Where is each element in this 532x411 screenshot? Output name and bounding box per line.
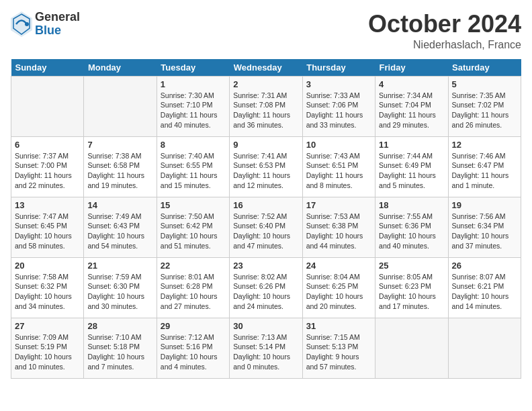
calendar-cell: [11, 76, 84, 136]
calendar-cell: 25Sunrise: 8:05 AMSunset: 6:23 PMDayligh…: [375, 257, 448, 318]
day-number: 16: [233, 200, 298, 210]
calendar-cell: 5Sunrise: 7:35 AMSunset: 7:02 PMDaylight…: [448, 76, 521, 136]
weekday-header-row: SundayMondayTuesdayWednesdayThursdayFrid…: [11, 59, 521, 77]
day-info: Sunrise: 7:44 AMSunset: 6:49 PMDaylight:…: [379, 151, 444, 191]
calendar-cell: 4Sunrise: 7:34 AMSunset: 7:04 PMDaylight…: [375, 76, 448, 136]
calendar-cell: 11Sunrise: 7:44 AMSunset: 6:49 PMDayligh…: [375, 136, 448, 197]
calendar-table: SundayMondayTuesdayWednesdayThursdayFrid…: [11, 59, 521, 379]
day-info: Sunrise: 8:05 AMSunset: 6:23 PMDaylight:…: [379, 272, 444, 312]
day-info: Sunrise: 7:31 AMSunset: 7:08 PMDaylight:…: [233, 91, 298, 130]
day-number: 11: [379, 140, 444, 150]
day-number: 7: [87, 140, 152, 150]
day-number: 8: [161, 140, 226, 150]
calendar-cell: [448, 318, 521, 378]
day-number: 26: [452, 261, 517, 271]
calendar-cell: 16Sunrise: 7:52 AMSunset: 6:40 PMDayligh…: [230, 197, 302, 257]
day-info: Sunrise: 7:43 AMSunset: 6:51 PMDaylight:…: [306, 151, 371, 191]
calendar-cell: 31Sunrise: 7:15 AMSunset: 5:13 PMDayligh…: [302, 318, 375, 378]
calendar-cell: 28Sunrise: 7:10 AMSunset: 5:18 PMDayligh…: [84, 318, 157, 378]
day-info: Sunrise: 7:49 AMSunset: 6:43 PMDaylight:…: [87, 212, 152, 251]
day-number: 24: [306, 261, 371, 271]
weekday-header-tuesday: Tuesday: [157, 59, 229, 77]
day-info: Sunrise: 7:15 AMSunset: 5:13 PMDaylight:…: [306, 332, 371, 372]
svg-point-2: [25, 22, 29, 26]
calendar-cell: 2Sunrise: 7:31 AMSunset: 7:08 PMDaylight…: [230, 76, 302, 136]
week-row-1: 1Sunrise: 7:30 AMSunset: 7:10 PMDaylight…: [11, 76, 521, 136]
week-row-3: 13Sunrise: 7:47 AMSunset: 6:45 PMDayligh…: [11, 197, 521, 257]
calendar-cell: 20Sunrise: 7:58 AMSunset: 6:32 PMDayligh…: [11, 257, 84, 318]
calendar-cell: 3Sunrise: 7:33 AMSunset: 7:06 PMDaylight…: [302, 76, 375, 136]
day-number: 12: [452, 140, 517, 150]
day-info: Sunrise: 8:07 AMSunset: 6:21 PMDaylight:…: [452, 272, 517, 312]
day-number: 2: [233, 79, 298, 89]
day-info: Sunrise: 8:01 AMSunset: 6:28 PMDaylight:…: [161, 272, 226, 312]
day-info: Sunrise: 7:52 AMSunset: 6:40 PMDaylight:…: [233, 212, 298, 251]
day-number: 23: [233, 261, 298, 271]
calendar-cell: 19Sunrise: 7:56 AMSunset: 6:34 PMDayligh…: [448, 197, 521, 257]
day-info: Sunrise: 8:04 AMSunset: 6:25 PMDaylight:…: [306, 272, 371, 312]
day-number: 25: [379, 261, 444, 271]
calendar-cell: 23Sunrise: 8:02 AMSunset: 6:26 PMDayligh…: [230, 257, 302, 318]
calendar-cell: 13Sunrise: 7:47 AMSunset: 6:45 PMDayligh…: [11, 197, 84, 257]
day-number: 21: [87, 261, 152, 271]
calendar-cell: 21Sunrise: 7:59 AMSunset: 6:30 PMDayligh…: [84, 257, 157, 318]
day-info: Sunrise: 7:46 AMSunset: 6:47 PMDaylight:…: [452, 151, 517, 191]
day-number: 9: [233, 140, 298, 150]
calendar-cell: 27Sunrise: 7:09 AMSunset: 5:19 PMDayligh…: [11, 318, 84, 378]
day-info: Sunrise: 7:38 AMSunset: 6:58 PMDaylight:…: [87, 151, 152, 191]
weekday-header-saturday: Saturday: [448, 59, 521, 77]
logo: General Blue: [11, 11, 80, 38]
calendar-cell: [84, 76, 157, 136]
calendar-cell: 6Sunrise: 7:37 AMSunset: 7:00 PMDaylight…: [11, 136, 84, 197]
day-number: 27: [15, 321, 80, 331]
calendar-cell: 26Sunrise: 8:07 AMSunset: 6:21 PMDayligh…: [448, 257, 521, 318]
calendar-cell: 15Sunrise: 7:50 AMSunset: 6:42 PMDayligh…: [157, 197, 229, 257]
day-number: 5: [452, 79, 517, 89]
day-number: 28: [87, 321, 152, 331]
calendar-cell: 18Sunrise: 7:55 AMSunset: 6:36 PMDayligh…: [375, 197, 448, 257]
calendar-cell: 14Sunrise: 7:49 AMSunset: 6:43 PMDayligh…: [84, 197, 157, 257]
location-title: Niederhaslach, France: [368, 39, 521, 51]
day-info: Sunrise: 7:53 AMSunset: 6:38 PMDaylight:…: [306, 212, 371, 251]
day-number: 29: [161, 321, 226, 331]
calendar-cell: 12Sunrise: 7:46 AMSunset: 6:47 PMDayligh…: [448, 136, 521, 197]
day-info: Sunrise: 7:10 AMSunset: 5:18 PMDaylight:…: [87, 332, 152, 372]
calendar-cell: 22Sunrise: 8:01 AMSunset: 6:28 PMDayligh…: [157, 257, 229, 318]
day-info: Sunrise: 7:30 AMSunset: 7:10 PMDaylight:…: [161, 91, 226, 130]
day-info: Sunrise: 7:40 AMSunset: 6:55 PMDaylight:…: [161, 151, 226, 191]
day-number: 19: [452, 200, 517, 210]
calendar-cell: 30Sunrise: 7:13 AMSunset: 5:14 PMDayligh…: [230, 318, 302, 378]
week-row-4: 20Sunrise: 7:58 AMSunset: 6:32 PMDayligh…: [11, 257, 521, 318]
week-row-5: 27Sunrise: 7:09 AMSunset: 5:19 PMDayligh…: [11, 318, 521, 378]
logo-blue-text: Blue: [35, 24, 80, 38]
day-number: 17: [306, 200, 371, 210]
calendar-cell: 7Sunrise: 7:38 AMSunset: 6:58 PMDaylight…: [84, 136, 157, 197]
day-number: 31: [306, 321, 371, 331]
day-number: 10: [306, 140, 371, 150]
day-number: 6: [15, 140, 80, 150]
month-title: October 2024: [368, 11, 521, 38]
day-info: Sunrise: 7:35 AMSunset: 7:02 PMDaylight:…: [452, 91, 517, 130]
day-info: Sunrise: 7:55 AMSunset: 6:36 PMDaylight:…: [379, 212, 444, 251]
day-info: Sunrise: 7:12 AMSunset: 5:16 PMDaylight:…: [161, 332, 226, 372]
title-block: October 2024 Niederhaslach, France: [368, 11, 521, 51]
calendar-cell: [375, 318, 448, 378]
day-number: 18: [379, 200, 444, 210]
weekday-header-wednesday: Wednesday: [230, 59, 302, 77]
day-info: Sunrise: 7:37 AMSunset: 7:00 PMDaylight:…: [15, 151, 80, 191]
weekday-header-monday: Monday: [84, 59, 157, 77]
calendar-cell: 9Sunrise: 7:41 AMSunset: 6:53 PMDaylight…: [230, 136, 302, 197]
calendar-cell: 1Sunrise: 7:30 AMSunset: 7:10 PMDaylight…: [157, 76, 229, 136]
page-header: General Blue October 2024 Niederhaslach,…: [11, 11, 521, 51]
day-number: 13: [15, 200, 80, 210]
day-number: 4: [379, 79, 444, 89]
day-number: 1: [161, 79, 226, 89]
day-number: 15: [161, 200, 226, 210]
weekday-header-thursday: Thursday: [302, 59, 375, 77]
day-info: Sunrise: 7:47 AMSunset: 6:45 PMDaylight:…: [15, 212, 80, 251]
day-number: 22: [161, 261, 226, 271]
calendar-cell: 24Sunrise: 8:04 AMSunset: 6:25 PMDayligh…: [302, 257, 375, 318]
logo-general-text: General: [35, 11, 80, 24]
day-number: 30: [233, 321, 298, 331]
day-number: 14: [87, 200, 152, 210]
